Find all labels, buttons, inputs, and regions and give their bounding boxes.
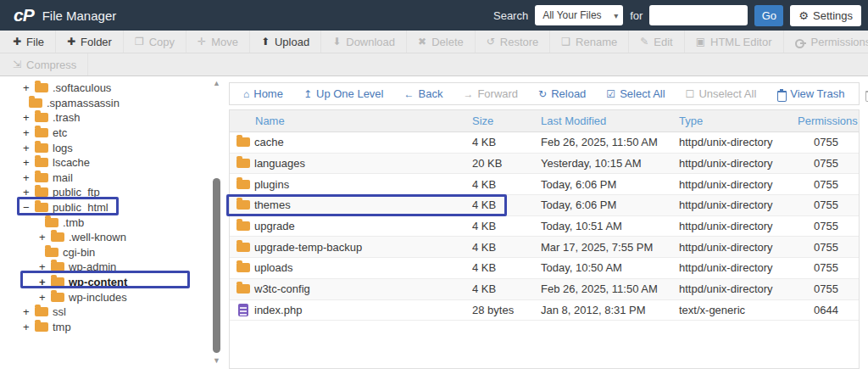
nav-button-label: View Trash: [790, 87, 844, 100]
toolbar-rename-button[interactable]: ❑Rename: [550, 31, 629, 53]
expand-toggle-icon[interactable]: +: [23, 186, 34, 198]
name-cell: uploads: [230, 261, 472, 274]
toolbar-button-label: Delete: [431, 36, 464, 48]
table-row-upgrade-temp-backup[interactable]: upgrade-temp-backup4 KBMar 17, 2025, 7:5…: [230, 237, 859, 258]
folder-icon: [236, 200, 250, 210]
sidebar-item-.spamassassin[interactable]: .spamassassin: [0, 96, 209, 111]
sidebar-item-wp-includes[interactable]: +wp-includes: [0, 289, 209, 305]
folder-icon: [51, 262, 64, 271]
column-header-size[interactable]: Size: [472, 115, 541, 127]
go-button[interactable]: Go: [754, 5, 783, 26]
type-cell: httpd/unix-directory: [679, 241, 798, 254]
tree-item-label: public_html: [53, 201, 108, 214]
size-cell: 20 KB: [472, 157, 541, 170]
toolbar-button-label: Folder: [81, 36, 112, 48]
toolbar-upload-button[interactable]: ⬆Upload: [250, 31, 321, 53]
toolbar-permissions-button[interactable]: Permissions: [784, 31, 868, 53]
sidebar-item-public_html[interactable]: −public_html: [0, 200, 209, 215]
sidebar-item-lscache[interactable]: +lscache: [0, 155, 209, 171]
expand-toggle-icon[interactable]: +: [23, 111, 34, 124]
table-row-languages[interactable]: languages20 KBYesterday, 10:15 AMhttpd/u…: [230, 154, 859, 175]
nav-forward-button[interactable]: →Forward: [453, 87, 528, 100]
table-row-upgrade[interactable]: upgrade4 KBToday, 10:51 AMhttpd/unix-dir…: [230, 216, 859, 238]
folder-icon: [29, 98, 42, 108]
folder-icon: [35, 113, 48, 122]
modified-cell: Yesterday, 10:15 AM: [541, 157, 679, 170]
expand-toggle-icon[interactable]: +: [23, 126, 34, 139]
table-row-uploads[interactable]: uploads4 KBToday, 10:50 AMhttpd/unix-dir…: [230, 258, 859, 279]
sidebar-item-.tmb[interactable]: .tmb: [0, 215, 209, 230]
folder-icon: [236, 243, 250, 252]
toolbar-delete-button[interactable]: ✖Delete: [407, 31, 476, 53]
tree-item-label: wp-includes: [69, 291, 127, 304]
folder-icon: [236, 137, 250, 147]
scroll-down-icon[interactable]: ▼: [210, 355, 223, 366]
expand-toggle-icon[interactable]: −: [23, 201, 34, 214]
nav-up-one-level-button[interactable]: ↥Up One Level: [293, 87, 394, 100]
sidebar-item-.trash[interactable]: +.trash: [0, 110, 209, 126]
expand-toggle-icon[interactable]: +: [39, 291, 50, 304]
expand-toggle-icon[interactable]: +: [39, 260, 50, 273]
file-name: themes: [254, 198, 291, 211]
sidebar-item-cgi-bin[interactable]: cgi-bin: [0, 245, 209, 260]
nav-home-button[interactable]: ⌂Home: [233, 87, 293, 100]
name-cell: plugins: [230, 178, 472, 191]
sidebar-item-.well-known[interactable]: +.well-known: [0, 230, 209, 245]
toolbar-compress-button[interactable]: ⇲Compress: [2, 53, 88, 75]
expand-toggle-icon[interactable]: +: [23, 321, 34, 333]
table-row-w3tc-config[interactable]: w3tc-config4 KBFeb 26, 2025, 11:50 AMhtt…: [230, 279, 859, 300]
sidebar-item-ssl[interactable]: +ssl: [0, 305, 209, 320]
nav-button-label: Home: [253, 87, 283, 100]
expand-toggle-icon[interactable]: +: [23, 305, 34, 318]
folder-icon: [51, 232, 64, 242]
expand-toggle-icon[interactable]: +: [39, 231, 50, 243]
search-input[interactable]: [649, 5, 748, 25]
expand-toggle-icon[interactable]: +: [23, 156, 34, 169]
sidebar-item-wp-admin[interactable]: +wp-admin: [0, 260, 209, 275]
column-header-name[interactable]: Name: [230, 115, 472, 127]
toolbar-edit-button[interactable]: ✎Edit: [629, 31, 684, 53]
toolbar-download-button[interactable]: ⬇Download: [321, 31, 407, 53]
sidebar-item-public_ftp[interactable]: +public_ftp: [0, 185, 209, 200]
nav-empty-trash-button[interactable]: Empty Trash: [854, 87, 868, 100]
folder-icon: [51, 277, 64, 287]
toolbar-restore-button[interactable]: ↺Restore: [476, 31, 551, 53]
nav-select-all-button[interactable]: ☑Select All: [596, 87, 675, 100]
column-header-permissions[interactable]: Permissions: [798, 115, 859, 127]
sidebar-item-wp-content[interactable]: +wp-content: [0, 275, 209, 290]
expand-toggle-icon[interactable]: +: [23, 171, 34, 184]
modified-cell: Feb 26, 2025, 11:50 AM: [541, 282, 679, 295]
toolbar-folder-button[interactable]: ✚Folder: [56, 31, 124, 53]
sidebar-item-etc[interactable]: +etc: [0, 126, 209, 141]
sidebar-item-tmp[interactable]: +tmp: [0, 320, 209, 335]
column-header-type[interactable]: Type: [679, 115, 798, 127]
toolbar-file-button[interactable]: ✚File: [2, 31, 56, 53]
toolbar-button-label: Copy: [149, 36, 175, 48]
table-row-themes[interactable]: themes4 KBToday, 6:06 PMhttpd/unix-direc…: [230, 195, 859, 216]
settings-button[interactable]: ⚙Settings: [790, 5, 861, 26]
toolbar-move-button[interactable]: ✛Move: [186, 31, 250, 53]
nav-reload-button[interactable]: ↻Reload: [528, 87, 596, 100]
file-name: upgrade-temp-backup: [254, 241, 362, 254]
nav-view-trash-button[interactable]: View Trash: [766, 87, 854, 100]
search-label: Search: [493, 9, 528, 22]
table-row-index.php[interactable]: index.php28 bytesJan 8, 2012, 8:31 PMtex…: [230, 300, 859, 321]
expand-toggle-icon[interactable]: +: [23, 142, 34, 154]
sidebar-item-.softaculous[interactable]: +.softaculous: [0, 81, 209, 96]
modified-cell: Jan 8, 2012, 8:31 PM: [541, 304, 679, 316]
sidebar-item-mail[interactable]: +mail: [0, 171, 209, 186]
toolbar-copy-button[interactable]: ❐Copy: [124, 31, 186, 53]
nav-back-button[interactable]: ←Back: [394, 87, 453, 100]
scroll-up-icon[interactable]: ▲: [210, 78, 223, 88]
scrollbar-thumb[interactable]: [213, 178, 220, 353]
toolbar-html-editor-button[interactable]: ▣HTML Editor: [685, 31, 784, 53]
tree-item-label: wp-admin: [69, 260, 116, 273]
nav-unselect-all-button[interactable]: ☐Unselect All: [676, 87, 767, 100]
expand-toggle-icon[interactable]: +: [39, 276, 50, 288]
column-header-last-modified[interactable]: Last Modified: [541, 115, 679, 127]
sidebar-item-logs[interactable]: +logs: [0, 140, 209, 155]
expand-toggle-icon[interactable]: +: [23, 81, 34, 94]
search-scope-select[interactable]: All Your Files ▾: [535, 5, 623, 25]
table-row-cache[interactable]: cache4 KBFeb 26, 2025, 11:50 AMhttpd/uni…: [230, 132, 859, 154]
table-row-plugins[interactable]: plugins4 KBToday, 6:06 PMhttpd/unix-dire…: [230, 174, 859, 195]
